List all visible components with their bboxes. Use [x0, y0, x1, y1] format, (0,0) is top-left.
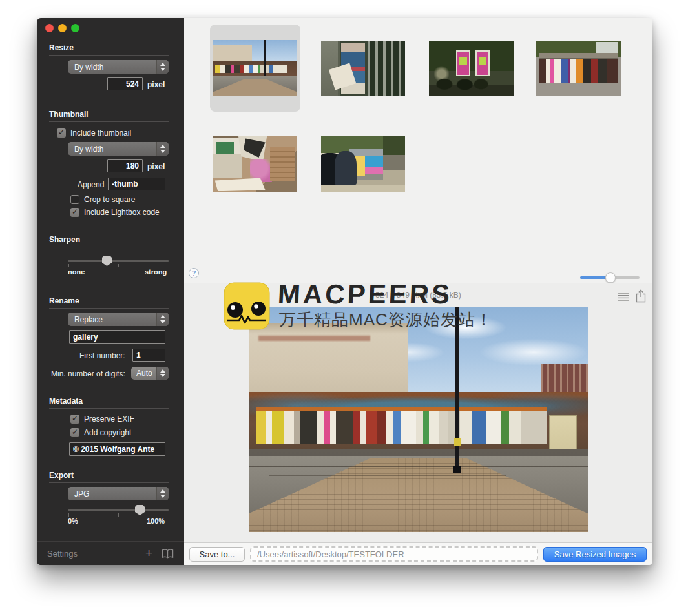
art-layer: [270, 147, 295, 181]
thumbnail-zoom-slider[interactable]: [580, 272, 640, 283]
stepper-icon: [156, 367, 169, 380]
resize-mode-value: By width: [68, 63, 156, 72]
sharpen-max-label: strong: [145, 268, 167, 276]
minimize-button[interactable]: [58, 24, 67, 32]
save-to-button[interactable]: Save to...: [189, 547, 245, 562]
resize-unit-label: pixel: [147, 80, 165, 89]
include-thumbnail-checkbox[interactable]: Include thumbnail: [57, 128, 131, 138]
checkbox-checked-icon: [70, 208, 79, 217]
art-layer: [249, 466, 588, 467]
art-layer: [432, 73, 500, 92]
thumbnail-2[interactable]: [321, 41, 405, 96]
slider-thumb[interactable]: [605, 272, 616, 283]
art-layer: [216, 142, 235, 154]
destination-path-field[interactable]: [250, 546, 538, 562]
thumbnail-4[interactable]: [536, 41, 621, 96]
min-digits-dropdown[interactable]: Auto: [131, 367, 169, 380]
list-view-icon[interactable]: [618, 293, 629, 301]
art-layer: [536, 83, 621, 96]
include-lightbox-label: Include Lightbox code: [84, 208, 160, 217]
stepper-icon: [156, 142, 169, 156]
add-preset-button[interactable]: +: [145, 546, 152, 560]
sharpen-min-label: none: [68, 268, 85, 276]
settings-label[interactable]: Settings: [47, 549, 145, 559]
sidebar: Resize By width pixel Thumbnail Include …: [37, 18, 184, 565]
divider: [49, 308, 169, 309]
art-layer: [539, 53, 618, 59]
slider-ticks: [68, 513, 168, 517]
thumbnail-section-title: Thumbnail: [49, 110, 89, 119]
resize-width-input[interactable]: [107, 77, 143, 90]
preview-image[interactable]: [249, 307, 588, 532]
thumbnail-3[interactable]: [429, 41, 514, 96]
art-layer: [335, 151, 357, 185]
art-layer: [321, 185, 405, 192]
add-copyright-checkbox[interactable]: Add copyright: [70, 428, 131, 437]
divider: [49, 247, 169, 247]
art-layer: [454, 438, 460, 446]
bottom-bar: Save to... Save Resized Images: [184, 542, 652, 565]
desktop: Resize By width pixel Thumbnail Include …: [0, 0, 688, 616]
app-window: Resize By width pixel Thumbnail Include …: [37, 18, 652, 565]
crop-to-square-checkbox[interactable]: Crop to square: [70, 195, 135, 204]
metadata-section-title: Metadata: [49, 396, 83, 406]
resize-section-title: Resize: [49, 43, 74, 52]
rename-mode-dropdown[interactable]: Replace: [68, 313, 169, 326]
quality-min-label: 0%: [68, 517, 78, 525]
art-layer: [479, 57, 486, 65]
append-label: Append: [78, 180, 104, 189]
art-layer: [541, 364, 589, 395]
thumbnail-unit-label: pixel: [147, 162, 165, 171]
art-layer: [459, 57, 467, 65]
slider-track: [68, 509, 169, 511]
image-info-label: 524 x 349 pixel (83.5 kB): [184, 291, 652, 300]
art-layer: [256, 411, 548, 443]
art-layer: [455, 307, 459, 471]
quality-max-label: 100%: [147, 517, 165, 525]
checkbox-checked-icon: [70, 428, 79, 437]
include-thumbnail-label: Include thumbnail: [70, 128, 131, 138]
thumbnail-1[interactable]: [213, 40, 297, 96]
append-input[interactable]: [108, 178, 165, 190]
art-layer: [249, 449, 588, 455]
first-number-label: First number:: [79, 351, 125, 360]
thumbnail-width-input[interactable]: [107, 159, 143, 172]
art-layer: [215, 65, 287, 73]
art-layer: [249, 323, 408, 402]
thumbnail-6[interactable]: [321, 136, 405, 192]
help-button[interactable]: ?: [189, 268, 199, 278]
save-resized-images-button[interactable]: Save Resized Images: [543, 547, 647, 562]
close-button[interactable]: [45, 24, 54, 32]
preserve-exif-checkbox[interactable]: Preserve EXIF: [70, 415, 134, 424]
divider: [49, 121, 169, 122]
thumbnail-mode-value: By width: [68, 145, 156, 154]
min-digits-label: Min. number of digits:: [51, 369, 125, 378]
art-layer: [539, 59, 618, 83]
rename-pattern-input[interactable]: [69, 330, 165, 344]
rename-section-title: Rename: [49, 296, 79, 305]
first-number-input[interactable]: [132, 349, 165, 362]
thumbnail-5[interactable]: [213, 136, 297, 192]
slider-ticks: [68, 264, 168, 267]
include-lightbox-checkbox[interactable]: Include Lightbox code: [70, 208, 160, 217]
thumbnail-mode-dropdown[interactable]: By width: [68, 142, 169, 156]
checkbox-unchecked-icon: [70, 195, 79, 204]
zoom-button[interactable]: [71, 24, 79, 32]
share-icon[interactable]: [636, 289, 646, 303]
slider-track: [68, 260, 169, 262]
sidebar-footer: Settings +: [37, 541, 184, 565]
art-layer: [269, 475, 507, 476]
resize-mode-dropdown[interactable]: By width: [68, 60, 169, 74]
divider: [49, 408, 169, 409]
export-format-value: JPG: [68, 489, 156, 498]
min-digits-value: Auto: [131, 369, 156, 378]
export-format-dropdown[interactable]: JPG: [68, 487, 169, 500]
add-copyright-label: Add copyright: [84, 428, 131, 437]
copyright-input[interactable]: [69, 442, 165, 456]
presets-book-icon[interactable]: [162, 549, 174, 559]
stepper-icon: [156, 313, 169, 326]
thumbnail-browser: ?: [184, 18, 652, 282]
art-layer: [264, 40, 266, 81]
preview-pane: 524 x 349 pixel (83.5 kB): [184, 283, 652, 542]
crop-to-square-label: Crop to square: [84, 195, 135, 204]
